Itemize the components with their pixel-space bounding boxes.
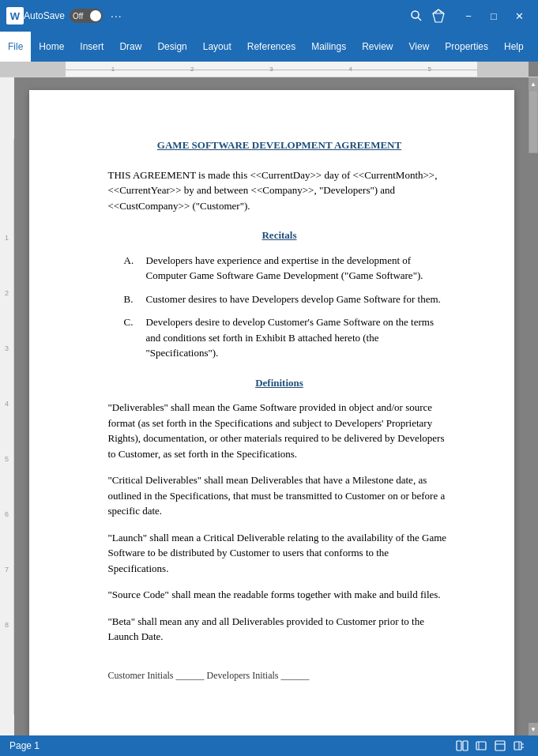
ribbon: File Home Insert Draw Design Layout Refe… [0, 32, 538, 62]
scroll-up-button[interactable]: ▲ [529, 77, 538, 90]
layout-icon[interactable] [491, 736, 510, 755]
scroll-down-button[interactable]: ▼ [529, 723, 538, 735]
window-controls: − □ ✕ [456, 3, 532, 28]
tab-insert[interactable]: Insert [72, 32, 111, 62]
tab-properties[interactable]: Properties [437, 32, 496, 62]
document-title: GAME SOFTWARE DEVELOPMENT AGREEMENT [108, 137, 451, 153]
gem-icon[interactable] [427, 5, 450, 27]
svg-line-1 [418, 17, 421, 21]
list-text-a: Developers have experience and expertise… [146, 253, 451, 284]
left-margin: 1 2 3 4 5 6 7 8 [0, 139, 14, 715]
tab-file[interactable]: File [0, 32, 31, 62]
definition-2: "Critical Deliverables" shall mean Deliv… [108, 472, 451, 519]
word-logo-icon: W [6, 7, 24, 24]
definition-3: "Launch" shall mean a Critical Deliverab… [108, 530, 451, 577]
document-page: GAME SOFTWARE DEVELOPMENT AGREEMENT THIS… [29, 90, 514, 735]
definition-4: "Source Code" shall mean the readable fo… [108, 587, 451, 603]
definitions-heading: Definitions [108, 375, 451, 391]
svg-rect-10 [463, 741, 468, 750]
title-bar: W AutoSave Off ··· − □ ✕ [0, 0, 538, 32]
list-label-c: C. [124, 314, 140, 361]
tab-layout[interactable]: Layout [195, 32, 239, 62]
tab-help[interactable]: Help [496, 32, 532, 62]
tab-draw[interactable]: Draw [111, 32, 149, 62]
list-label-b: B. [124, 291, 140, 307]
svg-rect-15 [514, 742, 521, 750]
document-area[interactable]: GAME SOFTWARE DEVELOPMENT AGREEMENT THIS… [14, 77, 529, 735]
document-intro: THIS AGREEMENT is made this <<CurrentDay… [108, 167, 451, 214]
toggle-off-label: Off [73, 12, 83, 21]
list-item: C. Developers desire to develop Customer… [124, 314, 451, 361]
search-button[interactable] [405, 5, 427, 27]
zoom-icon[interactable] [510, 736, 529, 755]
svg-marker-2 [433, 9, 444, 22]
tab-view[interactable]: View [401, 32, 438, 62]
status-bar: Page 1 [0, 735, 538, 756]
scrollbar-vertical[interactable]: ▲ ▼ [529, 77, 538, 735]
focus-icon[interactable] [472, 736, 491, 755]
autosave-label: AutoSave [24, 10, 65, 21]
list-text-b: Customer desires to have Developers deve… [146, 291, 451, 307]
tab-home[interactable]: Home [31, 32, 72, 62]
tab-references[interactable]: References [239, 32, 303, 62]
recitals-heading: Recitals [108, 228, 451, 243]
definition-5: "Beta" shall mean any and all Deliverabl… [108, 614, 451, 645]
tab-acrobat[interactable]: Acrobat [532, 32, 538, 62]
list-label-a: A. [124, 253, 140, 284]
scroll-thumb[interactable] [529, 90, 538, 153]
tab-design[interactable]: Design [149, 32, 194, 62]
tab-mailings[interactable]: Mailings [303, 32, 354, 62]
svg-rect-13 [495, 741, 505, 750]
close-button[interactable]: ✕ [506, 3, 532, 28]
svg-point-0 [412, 11, 419, 18]
svg-rect-11 [476, 742, 486, 750]
initials-line: Customer Initials ______ Developers Init… [108, 668, 451, 683]
tab-review[interactable]: Review [354, 32, 401, 62]
list-item: A. Developers have experience and expert… [124, 253, 451, 284]
main-content: 1 2 3 4 5 6 7 8 GAME SOFTWARE DEVELOPMEN… [0, 77, 538, 735]
toggle-knob [90, 10, 101, 21]
autosave-toggle[interactable]: Off [70, 9, 103, 23]
maximize-button[interactable]: □ [481, 3, 506, 28]
read-mode-icon[interactable] [453, 736, 472, 755]
list-item: B. Customer desires to have Developers d… [124, 291, 451, 307]
definition-1: "Deliverables" shall mean the Game Softw… [108, 400, 451, 461]
ruler: 12345 [0, 62, 538, 77]
list-text-c: Developers desire to develop Customer's … [146, 314, 451, 361]
page-number: Page 1 [9, 740, 40, 751]
minimize-button[interactable]: − [456, 3, 481, 28]
svg-rect-9 [457, 741, 461, 750]
more-commands-icon[interactable]: ··· [111, 9, 122, 22]
recitals-list: A. Developers have experience and expert… [124, 253, 451, 361]
